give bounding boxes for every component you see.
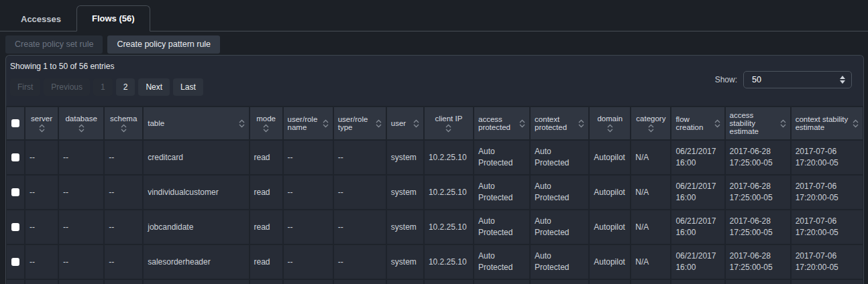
- cell-user-role-name: --: [284, 175, 333, 209]
- cell-server: --: [25, 245, 58, 279]
- column-header-database[interactable]: database: [59, 107, 103, 139]
- cell-user-role-type: --: [334, 280, 386, 284]
- sort-arrows-icon: [780, 119, 786, 128]
- column-header-context-protected[interactable]: context protected: [531, 107, 588, 139]
- column-header-mode[interactable]: mode: [250, 107, 282, 139]
- cell-client-ip: 10.2.25.10: [425, 280, 473, 284]
- sort-arrows-icon: [853, 119, 859, 128]
- pagination-button-first[interactable]: First: [10, 78, 40, 96]
- select-all-checkbox[interactable]: [11, 119, 19, 127]
- cell-user: system: [387, 245, 423, 279]
- cell-domain: Autopilot: [590, 141, 630, 174]
- column-label: user/role type: [338, 115, 373, 131]
- cell-mode: read: [250, 210, 282, 244]
- cell-access-stability-estimate: 2017-06-28 17:25:00-05: [726, 245, 790, 279]
- column-header-domain[interactable]: domain: [590, 107, 630, 139]
- column-header-server[interactable]: server: [25, 107, 58, 139]
- sort-arrows-icon: [714, 119, 720, 128]
- pagination-button-last[interactable]: Last: [173, 78, 203, 96]
- sort-arrows-icon: [376, 119, 382, 128]
- cell-table: creditcard: [144, 141, 248, 174]
- cell-access-protected: Auto Protected: [474, 210, 529, 244]
- cell-user: system: [387, 210, 423, 244]
- column-label: schema: [110, 115, 137, 123]
- row-checkbox[interactable]: [11, 153, 19, 161]
- cell-client-ip: 10.2.25.10: [425, 210, 473, 244]
- column-label: mode: [256, 115, 276, 123]
- cell-database: --: [59, 245, 103, 279]
- cell-context-protected: Auto Protected: [531, 245, 588, 279]
- cell-client-ip: 10.2.25.10: [425, 245, 473, 279]
- cell-table: jobcandidate: [144, 210, 248, 244]
- panel-header: Showing 1 to 50 of 56 entries FirstPrevi…: [6, 56, 863, 96]
- column-header-context-stability-estimate[interactable]: context stability estimate: [792, 107, 863, 139]
- page-size-select[interactable]: 50: [743, 71, 852, 88]
- flows-table: serverdatabaseschematablemodeuser/role n…: [5, 106, 864, 284]
- cell-user-role-name: --: [284, 280, 333, 284]
- tab-accesses[interactable]: Accesses: [5, 6, 76, 31]
- tab-flows[interactable]: Flows (56): [76, 5, 150, 31]
- cell-user: system: [387, 175, 423, 209]
- cell-context-protected: Auto Protected: [531, 141, 588, 174]
- cell-client-ip: 10.2.25.10: [425, 175, 473, 209]
- column-header-access-protected[interactable]: access protected: [474, 107, 529, 139]
- cell-category: N/A: [631, 280, 670, 284]
- cell-server: --: [25, 175, 58, 209]
- pagination-button-1[interactable]: 1: [93, 78, 113, 96]
- cell-flow-creation: 06/21/2017 16:00: [671, 175, 724, 209]
- content-panel: Showing 1 to 50 of 56 entries FirstPrevi…: [5, 55, 864, 284]
- column-label: category: [636, 115, 665, 123]
- sort-arrows-icon: [39, 124, 45, 133]
- table-row: ------vindividualcustomerread----system1…: [7, 175, 863, 209]
- column-header-user-role-type[interactable]: user/role type: [334, 107, 386, 139]
- sort-arrows-icon: [239, 119, 245, 128]
- column-header-category[interactable]: category: [631, 107, 670, 139]
- column-header-client-ip[interactable]: client IP: [425, 107, 473, 139]
- create-policy-set-rule-button[interactable]: Create policy set rule: [5, 36, 103, 54]
- cell-mode: read: [250, 280, 282, 284]
- entries-summary: Showing 1 to 50 of 56 entries: [10, 62, 854, 71]
- pagination-button-next[interactable]: Next: [138, 78, 170, 96]
- pagination-button-previous[interactable]: Previous: [44, 78, 90, 96]
- cell-user: system: [387, 280, 423, 284]
- column-header-user-role-name[interactable]: user/role name: [284, 107, 333, 139]
- column-header-flow-creation[interactable]: flow creation: [671, 107, 724, 139]
- cell-user-role-name: --: [284, 245, 333, 279]
- cell-database: --: [59, 175, 103, 209]
- cell-table: salesorderheader: [144, 245, 248, 279]
- cell-table: vindividualcustomer: [144, 175, 248, 209]
- column-header-table[interactable]: table: [144, 107, 248, 139]
- cell-flow-creation: 06/21/2017 16:00: [671, 141, 724, 174]
- cell-context-protected: Auto Protected: [531, 280, 588, 284]
- row-checkbox-cell: [7, 245, 24, 279]
- column-label: flow creation: [675, 115, 711, 131]
- cell-flow-creation: 06/21/2017 16:00: [671, 245, 724, 279]
- cell-user-role-name: --: [284, 141, 333, 174]
- cell-context-stability-estimate: 2017-07-06 17:20:00-05: [792, 245, 863, 279]
- create-policy-pattern-rule-button[interactable]: Create policy pattern rule: [107, 36, 220, 54]
- page-size-value: 50: [752, 75, 761, 84]
- cell-access-stability-estimate: 2017-06-28 17:25:00-05: [726, 210, 790, 244]
- cell-access-protected: Auto Protected: [474, 141, 529, 174]
- sort-arrows-icon: [578, 119, 584, 128]
- row-checkbox[interactable]: [11, 188, 19, 196]
- cell-context-stability-estimate: 2017-07-06 17:20:00-05: [792, 141, 863, 174]
- cell-database: --: [59, 141, 103, 174]
- table-row: ------creditcardread----system10.2.25.10…: [7, 141, 863, 174]
- column-header-user[interactable]: user: [387, 107, 423, 139]
- column-label: server: [31, 115, 52, 123]
- cell-context-stability-estimate: 2017-07-06 17:20:00-05: [792, 175, 863, 209]
- cell-user-role-type: --: [334, 175, 386, 209]
- column-label: domain: [597, 115, 622, 123]
- column-header-access-stability-estimate[interactable]: access stability estimate: [726, 107, 790, 139]
- row-checkbox[interactable]: [11, 223, 19, 231]
- row-checkbox[interactable]: [11, 258, 19, 266]
- row-checkbox-cell: [7, 141, 24, 174]
- column-header-schema[interactable]: schema: [105, 107, 142, 139]
- row-checkbox-cell: [7, 175, 24, 209]
- sort-arrows-icon: [413, 119, 419, 128]
- pagination-button-2[interactable]: 2: [116, 78, 135, 96]
- cell-server: --: [25, 210, 58, 244]
- cell-user-role-name: --: [284, 210, 333, 244]
- cell-mode: read: [250, 141, 282, 174]
